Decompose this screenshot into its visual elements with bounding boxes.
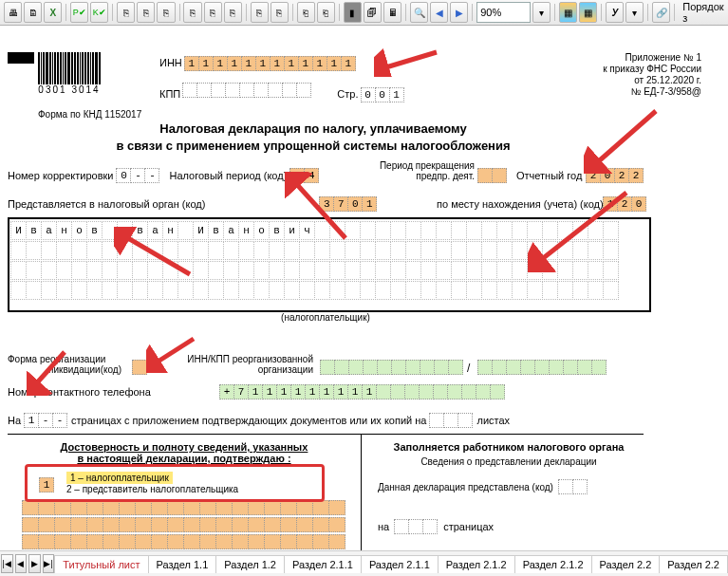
order-label: Порядок з (682, 1, 724, 24)
nav-right-icon[interactable]: ▶ (450, 2, 468, 23)
u-drop-icon[interactable]: ▾ (625, 2, 644, 23)
page-number-cells: 001 (362, 87, 404, 102)
reorg-inn-cells[interactable] (321, 360, 463, 375)
reorg-kpp-cells[interactable] (478, 360, 607, 375)
tool10-icon[interactable]: ⎗ (317, 2, 335, 23)
reorg-form-cells[interactable] (133, 360, 147, 375)
color1-icon[interactable]: ▦ (559, 2, 577, 23)
tool4-icon[interactable]: ⎘ (183, 2, 201, 23)
period-cells[interactable]: 34 (290, 168, 319, 183)
tool2-icon[interactable]: ⎘ (137, 2, 155, 23)
reorg-inn-label: ИНН/КПП реорганизованной организации (180, 354, 313, 375)
tool9-icon[interactable]: ⎗ (297, 2, 315, 23)
tool6-icon[interactable]: ⎘ (224, 2, 242, 23)
arrow-icon (374, 48, 440, 77)
barcode-text: 0301 3014 (38, 84, 100, 95)
doc-icon[interactable]: 🗐 (364, 2, 382, 23)
filled-code-row: Данная декларация представлена (код) (378, 479, 588, 494)
calc-icon[interactable]: 🖩 (383, 2, 401, 23)
taxpayer-type-label: (налогоплательщик) (8, 312, 644, 323)
phone-cells[interactable]: +7111111111 (220, 384, 505, 399)
toolbar: 🖶 🗎 X P✔ K✔ ⎘ ⎘ ⎘ ⎘ ⎘ ⎘ ⎘ ⎘ ⎗ ⎗ ▮ 🗐 🖩 🔍 … (0, 0, 728, 26)
kpp-cells[interactable] (183, 83, 311, 98)
document-page: 0301 3014 Приложение № 1 к приказу ФНС Р… (0, 26, 728, 552)
kpp-row: КПП Стр. 001 (159, 83, 404, 102)
zoom-drop-icon[interactable]: ▾ (532, 2, 551, 23)
submit-row: Представляется в налоговый орган (код) 3… (8, 196, 377, 212)
correction-row: Номер корректировки 0-- Налоговый период… (8, 168, 319, 183)
form-code: Форма по КНД 1152017 (38, 109, 141, 120)
svg-line-0 (380, 52, 437, 69)
taxpayer-name-box[interactable]: Иванов Иван Иванович (8, 217, 651, 312)
submit-cells[interactable]: 3701 (320, 196, 377, 212)
phone-label: Номер контактного телефона (8, 386, 151, 398)
preview-icon[interactable]: 🗎 (24, 2, 42, 23)
check-p-icon[interactable]: P✔ (70, 2, 88, 23)
u-icon[interactable]: У (606, 2, 624, 23)
search-icon[interactable]: 🔍 (410, 2, 428, 23)
tool8-icon[interactable]: ⎘ (271, 2, 289, 23)
termination-label: Период прекращения предпр. деят. (370, 160, 475, 181)
highlight-box (25, 464, 325, 502)
flag-icon[interactable]: ▮ (344, 2, 362, 23)
place-cells[interactable]: 120 (604, 196, 646, 212)
black-marker (8, 52, 34, 64)
tool7-icon[interactable]: ⎘ (251, 2, 269, 23)
sheet-tabs: |◀ ◀ ▶ ▶| Титульный лист Раздел 1.1 Разд… (0, 550, 728, 552)
nav-left-icon[interactable]: ◀ (430, 2, 448, 23)
reorg-label: Форма реорганизации пиквидации(код) (8, 354, 121, 375)
tool5-icon[interactable]: ⎘ (204, 2, 222, 23)
filled-pages-cells (395, 519, 438, 534)
correction-cells[interactable]: 0-- (117, 168, 159, 183)
pages-row: На 1-- страницах с приложением подтвержд… (8, 413, 510, 428)
presented-code-cells (559, 479, 588, 494)
inn-row: ИНН 111111111111 (159, 56, 356, 71)
form-title: Налоговая декларация по налогу, уплачива… (0, 121, 626, 154)
color2-icon[interactable]: ▦ (579, 2, 597, 23)
zoom-input[interactable] (476, 2, 531, 23)
pages-count-cells[interactable]: 1-- (25, 413, 67, 428)
check-k-icon[interactable]: K✔ (90, 2, 108, 23)
link-icon[interactable]: 🔗 (652, 2, 670, 23)
excel-icon[interactable]: X (44, 2, 62, 23)
inn-cells[interactable]: 111111111111 (185, 56, 356, 71)
termination-cells[interactable] (478, 168, 507, 183)
place-label: по месту нахождения (учета) (код) (437, 198, 604, 210)
appendix-info: Приложение № 1 к приказу ФНС России от 2… (603, 52, 701, 98)
barcode: 0301 3014 (38, 52, 101, 95)
year-label: Отчетный год (516, 170, 582, 181)
attachment-pages-cells[interactable] (430, 413, 473, 428)
print-icon[interactable]: 🖶 (4, 2, 22, 23)
year-cells[interactable]: 2022 (587, 168, 644, 183)
tool3-icon[interactable]: ⎘ (157, 2, 175, 23)
filled-pages-row: на страницах (378, 519, 494, 534)
filled-by-header: Заполняется работником налогового органа… (378, 441, 640, 467)
confirm-header: Достоверность и полноту сведений, указан… (23, 441, 345, 464)
tool1-icon[interactable]: ⎘ (117, 2, 135, 23)
